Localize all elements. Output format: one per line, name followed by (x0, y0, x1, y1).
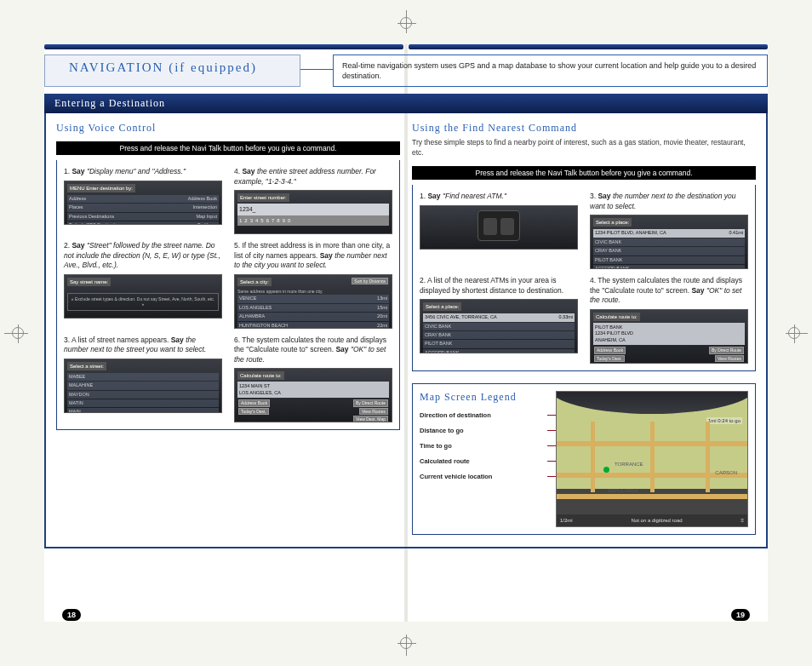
page-number-right: 19 (731, 609, 750, 621)
device-screenshot (420, 205, 578, 250)
map-status-text: Not on a digitized road (632, 518, 683, 523)
instruction-step: 2. A list of the nearest ATMs in your ar… (420, 276, 578, 363)
instruction-step: 6. The system calculates the route and d… (234, 336, 392, 422)
registration-icon (400, 637, 412, 649)
page-title: NAVIGATION (if equipped) (44, 55, 300, 87)
registration-icon (400, 17, 412, 29)
instruction-step: 1. Say "Find nearest ATM." (420, 192, 578, 269)
device-screenshot: Say street name:« Exclude street types &… (64, 274, 222, 319)
instruction-step: 5. If the street address is in more than… (234, 241, 392, 328)
instruction-step: 3. Say the number next to the destinatio… (590, 192, 748, 269)
legend-item: Distance to go (420, 427, 547, 434)
instruction-step: 2. Say "Street" followed by the street n… (64, 241, 222, 328)
header-rule (44, 44, 768, 49)
page-number-left: 18 (62, 609, 81, 621)
map-screenshot: 1mi 0:24 to go TORRANCE CARSON SEPULVEDA… (556, 391, 748, 527)
instruction-bar: Press and release the Navi Talk button b… (56, 141, 400, 155)
vehicle-pin-icon (603, 467, 609, 473)
find-nearest-intro: Try these simple steps to find a nearby … (412, 138, 756, 158)
device-screenshot: Enter street number:1234_1234567890 (234, 190, 392, 234)
map-city-label: CARSON (715, 470, 737, 475)
map-top-status: 1mi 0:24 to go (706, 417, 742, 424)
device-screenshot: Select a place:3456 CIVIC AVE, TORRANCE,… (420, 299, 578, 353)
device-screenshot: Select a city:Sort by DistanceSame addre… (234, 274, 392, 329)
device-screenshot: Select a street:MABEEMALAHINEMAYDONMATIN… (64, 359, 222, 413)
voice-control-heading: Using Voice Control (56, 122, 400, 135)
zoom-level: 1/2mi (560, 518, 573, 523)
dashboard-graphic (556, 391, 748, 414)
device-screenshot: Calculate route to:PILOT BANK 1234 PILOT… (590, 309, 748, 364)
legend-item: Calculated route (420, 457, 547, 465)
device-screenshot: Calculate route to:1234 MAIN ST LOS ANGE… (234, 368, 392, 422)
map-legend-box: Map Screen Legend Direction of destinati… (412, 383, 756, 535)
device-screenshot: MENU Enter destination by:AddressAddress… (64, 181, 222, 225)
legend-item: Time to go (420, 442, 547, 450)
instruction-step: 4. The system calculates the route and d… (590, 276, 748, 363)
device-screenshot: Select a place:1234 PILOT BLVD, ANAHEIM,… (590, 215, 748, 269)
legend-item: Current vehicle location (420, 473, 547, 480)
instruction-step: 3. A list of street names appears. Say t… (64, 336, 222, 422)
legend-item: Direction of destination (420, 411, 547, 419)
map-city-label: SEPULVEDA (608, 488, 638, 493)
manual-spread: NAVIGATION (if equipped) Real-time navig… (44, 44, 768, 622)
left-column: Using Voice Control Press and release th… (56, 122, 400, 534)
find-nearest-heading: Using the Find Nearest Command (412, 122, 756, 135)
right-column: Using the Find Nearest Command Try these… (412, 122, 756, 534)
registration-icon (12, 327, 24, 339)
instruction-bar: Press and release the Navi Talk button b… (412, 166, 756, 180)
instruction-step: 4. Say the entire street address number.… (234, 167, 392, 234)
registration-icon (788, 327, 800, 339)
section-header: Entering a Destination (44, 94, 768, 113)
menu-icon: ≡ (741, 518, 744, 523)
instruction-step: 1. Say "Display menu" and "Address."MENU… (64, 167, 222, 234)
content-frame: Using Voice Control Press and release th… (44, 113, 768, 548)
leader-line (300, 69, 333, 87)
legend-title: Map Screen Legend (420, 391, 547, 403)
title-callout: Real-time navigation system uses GPS and… (333, 55, 768, 87)
map-city-label: TORRANCE (615, 462, 643, 467)
